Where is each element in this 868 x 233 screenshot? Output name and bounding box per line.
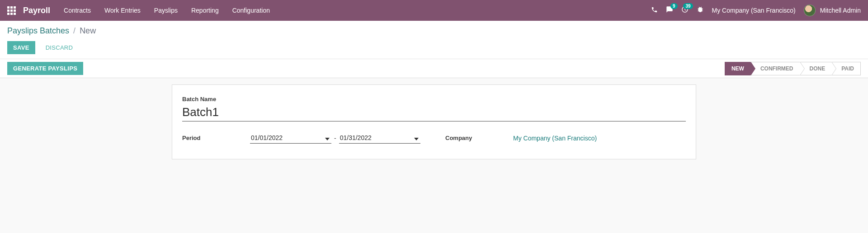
username: Mitchell Admin	[820, 7, 861, 14]
period-field-group: Period -	[182, 132, 423, 144]
phone-icon[interactable]	[651, 6, 658, 15]
date-from-wrap	[250, 132, 331, 144]
nav-item-contracts[interactable]: Contracts	[64, 7, 91, 14]
navbar-right: 9 39 My Company (San Francisco) Mitchell…	[651, 5, 861, 16]
app-brand[interactable]: Payroll	[23, 6, 50, 15]
apps-icon[interactable]	[7, 6, 16, 15]
messages-icon[interactable]: 9	[666, 6, 673, 15]
save-button[interactable]: Save	[7, 41, 35, 54]
breadcrumb-current: New	[80, 26, 96, 35]
batch-name-input[interactable]	[182, 104, 686, 121]
form-sheet: Batch Name Period -	[172, 84, 696, 159]
field-row: Period - Company My Company (San F	[182, 132, 686, 144]
activities-badge: 39	[683, 3, 693, 9]
breadcrumb: Payslips Batches / New	[7, 26, 861, 36]
generate-payslips-button[interactable]: Generate Payslips	[7, 62, 83, 75]
status-new[interactable]: NEW	[725, 62, 750, 75]
nav-item-configuration[interactable]: Configuration	[232, 7, 270, 14]
avatar	[804, 5, 816, 16]
main-navbar: Payroll Contracts Work Entries Payslips …	[0, 0, 868, 21]
user-menu[interactable]: Mitchell Admin	[804, 5, 861, 16]
statusbar: NEW CONFIRMED DONE PAID	[725, 62, 861, 75]
company-value-link[interactable]: My Company (San Francisco)	[513, 135, 597, 142]
date-to-input[interactable]	[339, 132, 420, 144]
debug-icon[interactable]	[697, 6, 704, 15]
action-bar: Generate Payslips NEW CONFIRMED DONE PAI…	[0, 59, 868, 78]
discard-button[interactable]: Discard	[40, 41, 79, 54]
nav-menu: Contracts Work Entries Payslips Reportin…	[64, 7, 270, 14]
date-to-wrap	[339, 132, 420, 144]
company-label: Company	[445, 135, 513, 141]
messages-badge: 9	[670, 3, 678, 9]
company-field-group: Company My Company (San Francisco)	[445, 132, 686, 144]
nav-item-payslips[interactable]: Payslips	[154, 7, 178, 14]
status-confirmed[interactable]: CONFIRMED	[750, 62, 800, 75]
control-panel-buttons: Save Discard	[7, 41, 861, 54]
nav-item-work-entries[interactable]: Work Entries	[104, 7, 141, 14]
form-sheet-bg: Batch Name Period -	[0, 78, 868, 166]
breadcrumb-separator: /	[73, 26, 75, 35]
batch-name-label: Batch Name	[182, 96, 686, 103]
breadcrumb-parent[interactable]: Payslips Batches	[7, 26, 69, 35]
activities-icon[interactable]: 39	[681, 6, 689, 15]
date-from-input[interactable]	[250, 132, 331, 144]
control-panel: Payslips Batches / New Save Discard	[0, 21, 868, 59]
period-label: Period	[182, 135, 250, 141]
nav-item-reporting[interactable]: Reporting	[191, 7, 219, 14]
company-selector[interactable]: My Company (San Francisco)	[712, 7, 796, 14]
period-separator: -	[334, 135, 336, 142]
